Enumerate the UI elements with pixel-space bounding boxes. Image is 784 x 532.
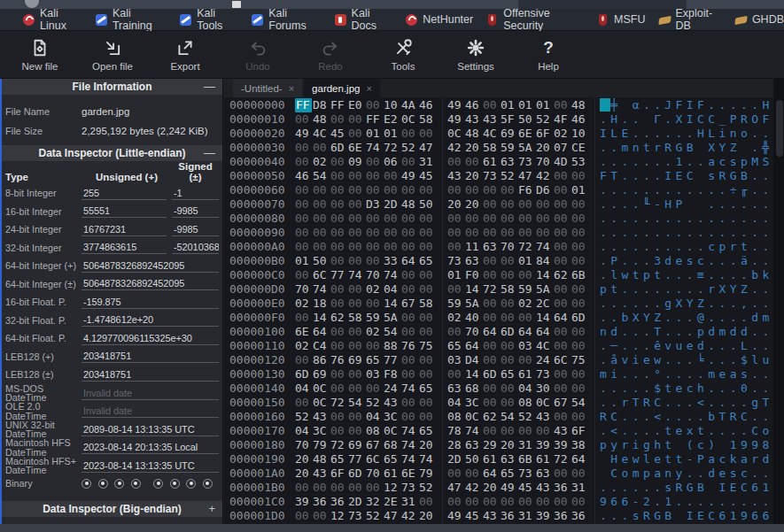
hex-byte[interactable]: 0C [313,382,330,396]
hex-byte[interactable]: 00 [330,226,348,240]
hex-byte[interactable]: 84 [536,254,554,268]
hex-byte[interactable]: 75 [419,339,437,353]
ascii-text[interactable]: RC...<....bTRC.. [600,410,773,424]
hex-byte[interactable]: 00 [348,481,366,495]
hex-byte[interactable]: 74 [401,424,419,438]
hex-byte[interactable]: 6D [330,141,348,155]
hex-byte[interactable]: 47 [447,481,465,495]
bookmark-kali-tools[interactable]: Kali Tools [180,7,238,32]
hex-byte[interactable]: 62 [483,410,501,424]
hex-byte[interactable]: 48 [465,127,483,141]
hex-byte[interactable]: 20 [465,141,483,155]
hex-byte[interactable]: 73 [536,367,554,382]
ascii-text[interactable]: .P...3desc...ä.. [600,254,773,268]
hex-byte[interactable]: 49 [295,127,313,141]
hex-byte[interactable]: 77 [330,268,348,282]
hex-byte[interactable]: F6 [518,183,536,197]
hex-byte[interactable]: 00 [554,183,571,197]
hex-byte[interactable]: 36 [554,509,571,523]
hex-byte[interactable]: 6E [348,141,366,155]
hex-byte[interactable]: 00 [571,282,589,297]
hex-byte[interactable]: 73 [483,169,501,183]
hex-byte[interactable]: 20 [465,169,483,183]
hex-byte[interactable]: 72 [554,452,571,466]
hex-byte[interactable]: 61 [483,155,501,169]
hex-byte[interactable]: 74 [401,438,419,452]
hex-byte[interactable]: 00 [419,226,437,240]
hex-byte[interactable]: 00 [366,382,384,396]
hex-byte[interactable]: 79 [313,438,330,452]
hex-byte[interactable]: 00 [384,226,401,240]
file-information-header[interactable]: File Information — [2,79,222,95]
hex-byte[interactable]: 76 [401,339,419,353]
hex-byte[interactable]: 2D [447,452,465,466]
hex-byte[interactable]: 52 [366,396,384,410]
hex-byte[interactable]: 39 [536,509,554,523]
hex-byte[interactable]: 65 [501,466,518,481]
hex-byte[interactable]: 00 [501,353,518,367]
hex-byte[interactable]: 00 [554,297,571,311]
hex-byte[interactable]: 54 [571,396,589,410]
hex-byte[interactable]: 00 [419,240,437,254]
hex-byte[interactable]: 14 [536,311,554,325]
inspector-value-field[interactable]: Invalid date [82,387,219,400]
hex-byte[interactable]: 65 [501,367,518,382]
hex-byte[interactable]: 01 [366,127,384,141]
hex-byte[interactable]: E2 [384,112,401,127]
hex-byte[interactable]: 5A [465,297,483,311]
hex-byte[interactable]: 74 [465,424,483,438]
hex-byte[interactable]: 00 [571,254,589,268]
hex-byte[interactable]: 2E [384,495,401,509]
inspector-value-field[interactable]: -1.4748612e+20 [82,313,219,327]
ascii-text[interactable]: ......gXYZ...,.. [600,297,773,311]
hex-byte[interactable]: 20 [536,141,554,155]
hex-byte[interactable]: 00 [483,339,501,353]
hex-byte[interactable]: 74 [419,452,437,466]
ascii-text[interactable]: ....╙-HP ...... [600,197,773,212]
inspector-signed-field[interactable]: -1 [172,187,219,200]
hex-byte[interactable]: 31 [401,495,419,509]
hex-byte[interactable]: 67 [554,396,571,410]
hex-byte[interactable]: F0 [465,268,483,282]
hex-byte[interactable]: 00 [330,254,348,268]
hex-byte[interactable]: 4C [536,339,554,353]
hex-byte[interactable]: 00 [313,240,330,254]
hex-byte[interactable]: 00 [554,367,571,382]
inspector-value-field[interactable]: 2023-08-14 20:13:35 Local [82,441,219,454]
hex-byte[interactable]: 38 [571,438,589,452]
hex-byte[interactable]: 00 [447,226,465,240]
hex-byte[interactable]: 20 [419,509,437,523]
hex-byte[interactable]: 69 [348,353,366,367]
hex-byte[interactable]: 00 [571,466,589,481]
hex-byte[interactable]: 00 [536,495,554,509]
hex-byte[interactable]: 00 [501,226,518,240]
hex-byte[interactable]: 67 [366,438,384,452]
binary-bit-radio[interactable] [114,479,124,489]
hex-byte[interactable]: E0 [348,98,366,112]
hex-byte[interactable]: 01 [536,98,554,112]
ascii-text[interactable]: .åview...╘...$lu [600,353,773,367]
hex-byte[interactable]: 12 [330,509,348,523]
hex-byte[interactable]: 6F [536,127,554,141]
hex-byte[interactable]: 00 [401,240,419,254]
hex-byte[interactable]: 18 [313,297,330,311]
hex-byte[interactable]: 00 [554,382,571,396]
hex-byte[interactable]: 48 [401,197,419,212]
hex-byte[interactable]: 00 [295,212,313,226]
settings-button[interactable]: Settings [439,37,512,78]
hex-byte[interactable]: 00 [401,212,419,226]
inspector-value-field[interactable]: 203418751 [82,368,219,382]
hex-byte[interactable]: 00 [419,396,437,410]
undo-button[interactable]: Undo [221,37,294,78]
hex-byte[interactable]: 65 [419,424,437,438]
hex-byte[interactable]: 04 [295,382,313,396]
hex-byte[interactable]: 2C [536,297,554,311]
hex-byte[interactable]: 61 [384,466,401,481]
hex-byte[interactable]: 72 [483,282,501,297]
hex-byte[interactable]: 6F [330,466,348,481]
hex-byte[interactable]: 00 [384,212,401,226]
hex-byte[interactable]: 20 [295,452,313,466]
hex-byte[interactable]: 00 [518,212,536,226]
hex-byte[interactable]: 40 [465,311,483,325]
hex-byte[interactable]: 45 [330,127,348,141]
